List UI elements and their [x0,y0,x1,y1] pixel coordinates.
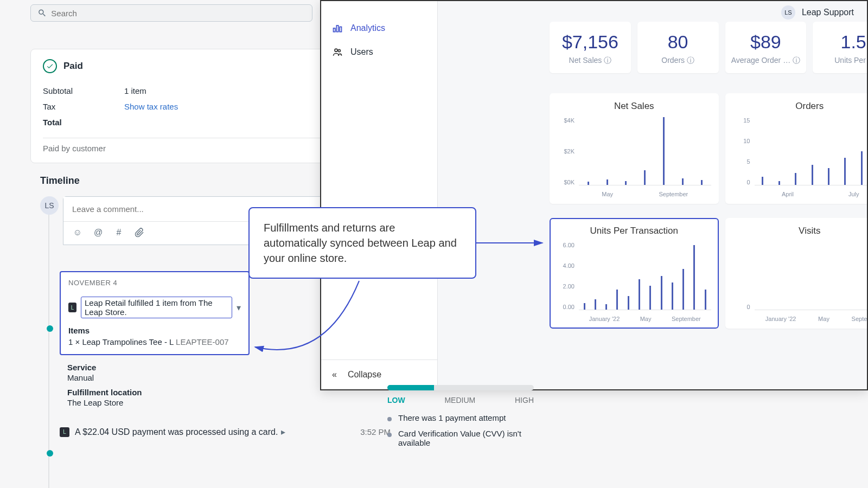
chevron-right-icon[interactable]: ▸ [281,427,285,437]
hashtag-icon[interactable]: # [113,227,124,238]
bar-chart-icon [332,23,343,34]
tax-label: Tax [43,102,124,111]
analytics-overlay: Analytics Users « Collapse LS Leap Suppo… [320,0,868,390]
svg-rect-1 [336,25,338,32]
item-sku: LEAPTEE-007 [176,337,229,346]
fraud-item-text: There was 1 payment attempt [398,413,506,422]
search-icon [37,8,47,18]
risk-low: LOW [387,396,405,404]
attach-icon[interactable] [134,227,145,238]
tax-link[interactable]: Show tax rates [124,102,178,111]
kpi-orders[interactable]: 80 Orders ⓘ [637,22,719,73]
timeline-title: Timeline [40,175,361,187]
location-value: The Leap Store [67,398,361,407]
payment-time: 3:52 PM [360,427,391,436]
sidebar-item-label: Users [350,47,373,57]
sidebar-item-analytics[interactable]: Analytics [321,16,437,40]
paid-by-text: Paid by customer [43,144,349,153]
service-label: Service [67,363,361,372]
search-box[interactable] [30,4,312,22]
timeline-highlight: NOVEMBER 4 L Leap Retail fulfilled 1 ite… [60,271,250,355]
location-label: Fulfillment location [67,388,361,397]
svg-rect-2 [340,27,341,32]
risk-high: HIGH [515,396,534,404]
service-value: Manual [67,373,361,382]
search-input[interactable] [47,9,305,18]
info-icon[interactable]: ⓘ [687,56,694,65]
annotation-callout: Fulfillments and returns are automatical… [248,207,476,279]
paid-card: Paid Subtotal1 item TaxShow tax rates To… [30,49,361,163]
timeline-date: NOVEMBER 4 [68,279,241,287]
net-sales-chart[interactable]: Net Sales $4K$2K$0K MaySeptember [550,93,719,204]
chevron-double-left-icon: « [332,370,337,380]
svg-point-4 [338,49,340,52]
leap-badge-icon: L [68,303,76,312]
orders-chart[interactable]: Orders 151050 AprilJuly [725,93,867,204]
svg-rect-0 [334,28,335,32]
mention-icon[interactable]: @ [93,227,104,238]
kpi-upt[interactable]: 1.5 Units Per T [813,22,867,73]
item-line: 1 × Leap Trampolines Tee - L [68,337,174,346]
subtotal-label: Subtotal [43,86,124,95]
total-label: Total [43,118,124,127]
kpi-aov[interactable]: $89 Average Order … ⓘ [725,22,807,73]
risk-medium: MEDIUM [444,396,475,404]
paid-title: Paid [63,61,83,72]
payment-msg: A $22.04 USD payment was processed using… [75,427,278,437]
fraud-analysis: LOW MEDIUM HIGH There was 1 payment atte… [387,385,534,454]
fulfilled-msg: Leap Retail fulfilled 1 item from The Le… [81,297,232,318]
user-avatar[interactable]: LS [781,5,795,20]
chevron-down-icon[interactable]: ▾ [237,303,241,313]
sidebar-item-label: Analytics [350,23,385,33]
kpi-net-sales[interactable]: $7,156 Net Sales ⓘ [550,22,631,73]
avatar: LS [40,196,59,215]
paid-check-icon [43,59,57,73]
users-icon [332,47,343,57]
visits-chart[interactable]: Visits 0 January '22MaySeptemb [725,218,867,329]
sidebar-item-users[interactable]: Users [321,40,437,64]
info-icon[interactable]: ⓘ [793,56,800,65]
subtotal-value: 1 item [124,86,146,95]
user-name: Leap Support [802,8,854,17]
fraud-item-text: Card Verification Value (CVV) isn't avai… [398,429,534,447]
svg-point-3 [335,49,337,52]
leap-badge-icon: L [60,427,69,437]
emoji-icon[interactable]: ☺ [72,227,83,238]
items-label: Items [68,326,241,335]
info-icon[interactable]: ⓘ [604,56,611,65]
upt-chart[interactable]: Units Per Transaction 6.004.002.000.00 J… [550,218,719,329]
